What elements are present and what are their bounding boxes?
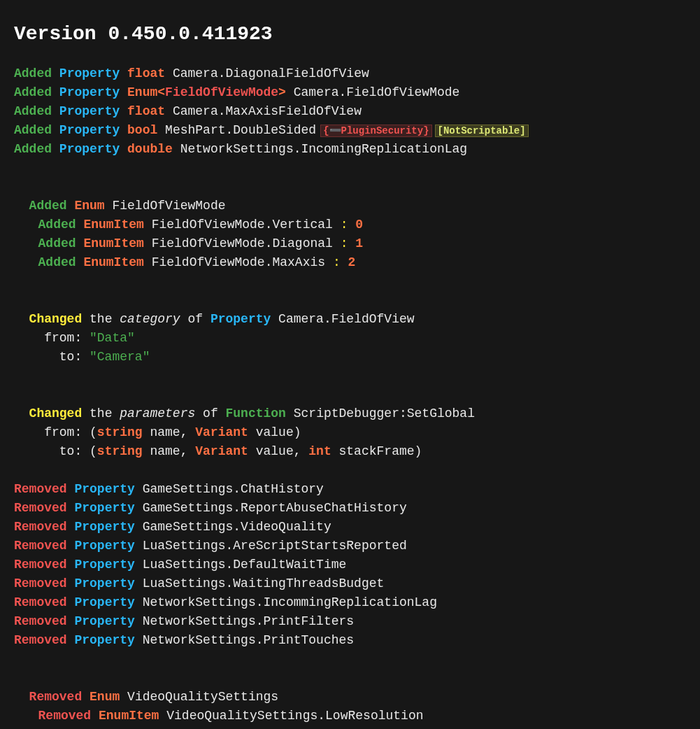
removed-property-row: Removed Property GameSettings.VideoQuali… <box>14 518 686 537</box>
version-title: Version 0.450.0.411923 <box>14 20 686 49</box>
removed-enum-header: Removed Enum VideoQualitySettings <box>14 669 686 707</box>
removed-property-row: Removed Property LuaSettings.WaitingThre… <box>14 574 686 593</box>
removed-property-row: Removed Property GameSettings.ReportAbus… <box>14 499 686 518</box>
added-enum-items: Added EnumItem FieldOfViewMode.Vertical … <box>14 215 686 272</box>
removed-property-row: Removed Property NetworkSettings.PrintFi… <box>14 612 686 631</box>
added-property-row: Added Property float Camera.DiagonalFiel… <box>14 64 686 83</box>
added-enumitem-row: Added EnumItem FieldOfViewMode.Vertical … <box>14 215 686 234</box>
added-enumitem-row: Added EnumItem FieldOfViewMode.MaxAxis :… <box>14 253 686 272</box>
added-enum-header: Added Enum FieldOfViewMode <box>14 178 686 215</box>
removed-properties: Removed Property GameSettings.ChatHistor… <box>14 480 686 650</box>
added-property-row: Added Property double NetworkSettings.In… <box>14 140 686 159</box>
removed-property-row: Removed Property NetworkSettings.PrintTo… <box>14 631 686 650</box>
removed-property-row: Removed Property GameSettings.ChatHistor… <box>14 480 686 499</box>
added-property-row: Added Property bool MeshPart.DoubleSided… <box>14 121 686 140</box>
removed-enum-items: Removed EnumItem VideoQualitySettings.Lo… <box>14 707 686 729</box>
change-params-to: to: (string name, Variant value, int sta… <box>14 442 686 461</box>
added-property-row: Added Property Enum<FieldOfViewMode> Cam… <box>14 83 686 102</box>
added-enumitem-row: Added EnumItem FieldOfViewMode.Diagonal … <box>14 234 686 253</box>
change-category-from: from: "Data" <box>14 329 686 348</box>
change-params-from: from: (string name, Variant value) <box>14 423 686 442</box>
removed-enumitem-row: Removed EnumItem VideoQualitySettings.Me… <box>14 726 686 729</box>
removed-property-row: Removed Property NetworkSettings.Incommi… <box>14 593 686 612</box>
change-category-header: Changed the category of Property Camera.… <box>14 291 686 329</box>
removed-property-row: Removed Property LuaSettings.DefaultWait… <box>14 555 686 574</box>
change-category-to: to: "Camera" <box>14 348 686 367</box>
removed-enumitem-row: Removed EnumItem VideoQualitySettings.Lo… <box>14 707 686 726</box>
change-params-header: Changed the parameters of Function Scrip… <box>14 385 686 423</box>
added-property-row: Added Property float Camera.MaxAxisField… <box>14 102 686 121</box>
added-properties: Added Property float Camera.DiagonalFiel… <box>14 64 686 159</box>
removed-property-row: Removed Property LuaSettings.AreScriptSt… <box>14 537 686 555</box>
